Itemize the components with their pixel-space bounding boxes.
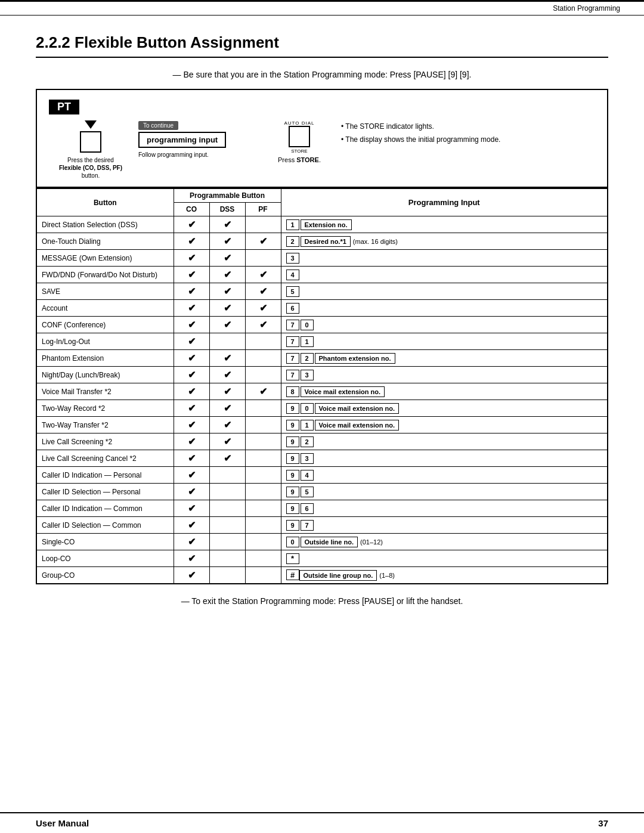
cell-co: ✔	[174, 283, 209, 300]
table-row: Group-CO✔#Outside line group no.(1–8)	[36, 567, 608, 584]
section-label: Station Programming	[553, 4, 620, 13]
cell-button: Night/Day (Lunch/Break)	[36, 367, 174, 383]
cell-co: ✔	[174, 500, 209, 517]
cell-pf	[245, 333, 281, 350]
cell-button: Voice Mail Transfer *2	[36, 383, 174, 400]
diagram-col3: AUTO DIAL STORE Press STORE.	[264, 120, 329, 163]
footer-note: — To exit the Station Programming mode: …	[36, 596, 608, 606]
table-row: One-Touch Dialing✔✔✔2Desired no.*1(max. …	[36, 233, 608, 250]
table-row: Live Call Screening *2✔✔92	[36, 433, 608, 450]
cell-prog-input: 5	[281, 283, 608, 300]
cell-prog-input: 0Outside line no.(01–12)	[281, 534, 608, 550]
table-row: Caller ID Indication — Personal✔94	[36, 467, 608, 484]
cell-button: Two-Way Transfer *2	[36, 417, 174, 433]
press-desired-text: Press the desired Flexible (CO, DSS, PF)…	[59, 156, 122, 179]
bottom-bar: User Manual 37	[0, 812, 644, 833]
num-box: 9	[286, 520, 299, 531]
cell-prog-input: 73	[281, 367, 608, 383]
cell-prog-input: *	[281, 550, 608, 567]
cell-button: FWD/DND (Forward/Do Not Disturb)	[36, 267, 174, 283]
cell-co: ✔	[174, 550, 209, 567]
cell-prog-input: 2Desired no.*1(max. 16 digits)	[281, 233, 608, 250]
cell-prog-input: 6	[281, 300, 608, 317]
extra-text: (1–8)	[379, 572, 395, 579]
cell-prog-input: 70	[281, 317, 608, 333]
cell-prog-input: 93	[281, 450, 608, 467]
bottom-right: 37	[598, 818, 608, 828]
table-row: Caller ID Selection — Common✔97	[36, 517, 608, 534]
num-box2: 2	[301, 436, 314, 447]
cell-dss	[209, 333, 245, 350]
num-box: 0	[286, 537, 299, 547]
cell-button: Single-CO	[36, 534, 174, 550]
cell-co: ✔	[174, 317, 209, 333]
num-box: 9	[286, 420, 299, 431]
star-box: *	[286, 553, 299, 564]
extra-text: (01–12)	[360, 538, 383, 546]
diagram-col4: • The STORE indicator lights. • The disp…	[329, 120, 595, 147]
cell-dss: ✔	[209, 450, 245, 467]
table-row: Phantom Extension✔✔72Phantom extension n…	[36, 350, 608, 367]
programming-table: Button Programmable Button Programming I…	[36, 188, 608, 584]
store-key-label: STORE	[291, 148, 307, 154]
cell-pf	[245, 517, 281, 534]
cell-prog-input: 91Voice mail extension no.	[281, 417, 608, 433]
cell-dss	[209, 467, 245, 484]
num-box: 3	[286, 253, 299, 264]
cell-co: ✔	[174, 383, 209, 400]
table-row: Single-CO✔0Outside line no.(01–12)	[36, 534, 608, 550]
header-button: Button	[36, 188, 174, 216]
cell-pf	[245, 400, 281, 417]
cell-pf	[245, 567, 281, 584]
cell-prog-input: 8Voice mail extension no.	[281, 383, 608, 400]
num-box2: 4	[301, 470, 314, 481]
cell-button: Caller ID Indication — Common	[36, 500, 174, 517]
cell-prog-input: 92	[281, 433, 608, 450]
cell-prog-input: 96	[281, 500, 608, 517]
bottom-left: User Manual	[36, 818, 89, 828]
cell-button: Log-In/Log-Out	[36, 333, 174, 350]
cell-co: ✔	[174, 233, 209, 250]
cell-co: ✔	[174, 484, 209, 500]
table-row: FWD/DND (Forward/Do Not Disturb)✔✔✔4	[36, 267, 608, 283]
store-key-group: STORE	[289, 126, 310, 154]
cell-dss: ✔	[209, 383, 245, 400]
cell-dss	[209, 517, 245, 534]
cell-button: Live Call Screening *2	[36, 433, 174, 450]
cell-pf	[245, 250, 281, 267]
table-row: Account✔✔✔6	[36, 300, 608, 317]
cell-dss: ✔	[209, 283, 245, 300]
table-row: MESSAGE (Own Extension)✔✔3	[36, 250, 608, 267]
cell-pf	[245, 367, 281, 383]
cell-dss	[209, 567, 245, 584]
cell-dss	[209, 534, 245, 550]
num-box2: 3	[301, 453, 314, 464]
programming-input-box: programming input	[138, 132, 226, 148]
header-programming-input: Programming Input	[281, 188, 608, 216]
cell-button: MESSAGE (Own Extension)	[36, 250, 174, 267]
cell-button: Direct Station Selection (DSS)	[36, 216, 174, 233]
cell-pf	[245, 550, 281, 567]
cell-dss: ✔	[209, 250, 245, 267]
num-box2: 0	[301, 403, 314, 414]
cell-dss	[209, 484, 245, 500]
num-box: 9	[286, 403, 299, 414]
table-row: Caller ID Selection — Personal✔95	[36, 484, 608, 500]
header-pf: PF	[245, 203, 281, 216]
cell-button: Group-CO	[36, 567, 174, 584]
num-box: 8	[286, 386, 299, 397]
cell-co: ✔	[174, 367, 209, 383]
header-programmable: Programmable Button	[174, 188, 281, 203]
cell-prog-input: 95	[281, 484, 608, 500]
cell-co: ✔	[174, 400, 209, 417]
cell-prog-input: #Outside line group no.(1–8)	[281, 567, 608, 584]
table-row: Night/Day (Lunch/Break)✔✔73	[36, 367, 608, 383]
cell-button: Two-Way Record *2	[36, 400, 174, 417]
table-row: Log-In/Log-Out✔71	[36, 333, 608, 350]
label-box: Phantom extension no.	[315, 353, 395, 364]
num-box2: 0	[301, 320, 314, 330]
cell-pf	[245, 350, 281, 367]
cell-co: ✔	[174, 250, 209, 267]
cell-button: One-Touch Dialing	[36, 233, 174, 250]
cell-pf	[245, 216, 281, 233]
